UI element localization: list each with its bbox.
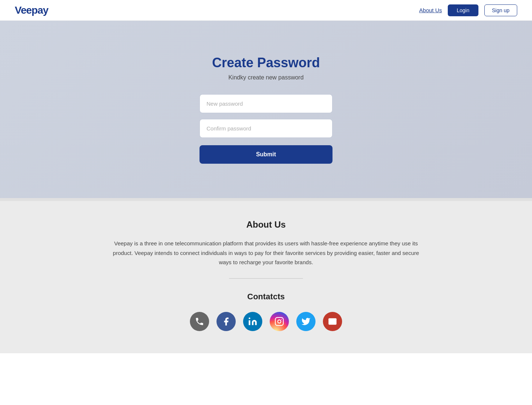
section-divider [0, 198, 532, 201]
footer-divider [229, 278, 303, 279]
instagram-icon[interactable] [270, 312, 289, 331]
contacts-heading: Contatcts [247, 292, 284, 302]
site-logo: Veepay [15, 4, 48, 16]
email-icon[interactable] [323, 312, 342, 331]
svg-point-0 [249, 317, 250, 319]
footer: About Us Veepay is a three in one teleco… [0, 201, 532, 353]
page-title: Create Password [212, 55, 320, 71]
twitter-icon[interactable] [296, 312, 316, 331]
svg-rect-1 [275, 317, 283, 326]
about-us-link[interactable]: About Us [419, 7, 442, 13]
social-icons-container [190, 312, 342, 331]
new-password-input[interactable] [200, 94, 332, 113]
signup-button[interactable]: Sign up [484, 4, 517, 16]
confirm-password-input[interactable] [200, 119, 332, 138]
linkedin-icon[interactable] [243, 312, 262, 331]
about-us-heading: About Us [246, 219, 286, 230]
nav-actions: About Us Login Sign up [419, 4, 517, 16]
navbar: Veepay About Us Login Sign up [0, 0, 532, 21]
submit-button[interactable]: Submit [200, 145, 332, 164]
about-us-description: Veepay is a three in one telecommunicati… [107, 239, 425, 267]
create-password-section: Create Password Kindky create new passwo… [0, 21, 532, 198]
facebook-icon[interactable] [216, 312, 236, 331]
login-button[interactable]: Login [448, 4, 478, 16]
phone-icon[interactable] [190, 312, 209, 331]
password-form: Submit [200, 94, 332, 164]
page-subtitle: Kindky create new password [228, 74, 304, 81]
